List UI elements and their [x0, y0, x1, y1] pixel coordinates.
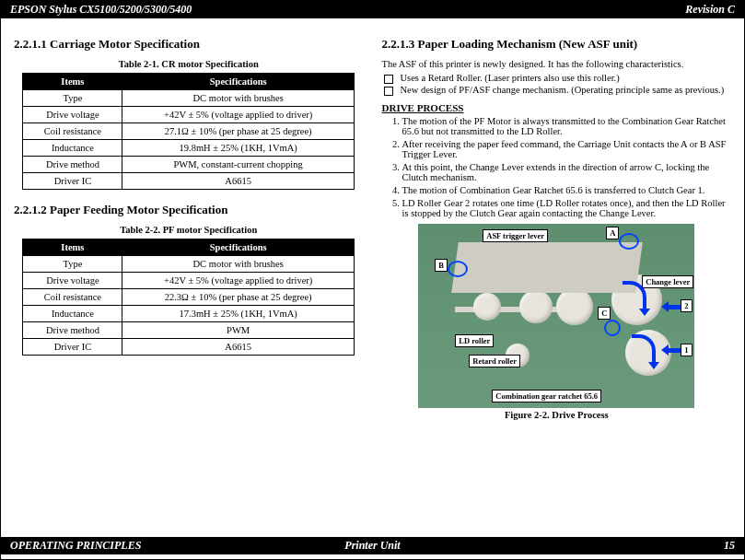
table-2-2-title: Table 2-2. PF motor Specification — [14, 225, 364, 235]
table-row: Drive methodPWM — [23, 322, 355, 339]
table-row: Inductance17.3mH ± 25% (1KH, 1VmA) — [23, 306, 355, 322]
table-row: Inductance19.8mH ± 25% (1KH, 1VmA) — [23, 140, 355, 157]
table-row: Driver ICA6615 — [23, 173, 355, 190]
label-combo-gear: Combination gear ratchet 65.6 — [492, 390, 601, 402]
drive-process-steps: The motion of the PF Motor is always tra… — [382, 116, 732, 218]
cr-motor-table: Items Specifications TypeDC motor with b… — [22, 73, 355, 190]
table-row: Driver ICA6615 — [23, 339, 355, 356]
footer-bar: OPERATING PRINCIPLES Printer Unit 15 — [1, 537, 744, 554]
list-item: New design of PF/ASF change mechanism. (… — [397, 85, 732, 95]
page-number: 15 — [724, 539, 735, 553]
col-specs: Specifications — [122, 239, 355, 256]
table-row: Coil resistance22.3Ω ± 10% (per phase at… — [23, 289, 355, 306]
label-b: B — [435, 259, 448, 272]
section-2211-title: 2.2.1.1 Carriage Motor Specification — [14, 37, 364, 52]
footer-unit: Printer Unit — [344, 539, 400, 553]
feature-list: Uses a Retard Roller. (Laser printers al… — [382, 73, 732, 95]
label-a: A — [606, 227, 619, 239]
label-1: 1 — [681, 344, 692, 356]
intro-text: The ASF of this printer is newly designe… — [382, 59, 732, 69]
table-row: Drive voltage+42V ± 5% (voltage applied … — [23, 273, 355, 289]
table-row: TypeDC motor with brushes — [23, 256, 355, 273]
footer-section: OPERATING PRINCIPLES — [10, 539, 141, 553]
col-items: Items — [23, 239, 122, 256]
table-row: Drive voltage+42V ± 5% (voltage applied … — [23, 107, 355, 123]
list-item: At this point, the Change Lever extends … — [402, 162, 732, 182]
pf-motor-table: Items Specifications TypeDC motor with b… — [22, 239, 355, 356]
list-item: After receiving the paper feed command, … — [402, 139, 732, 159]
table-row: Coil resistance27.1Ω ± 10% (per phase at… — [23, 123, 355, 140]
revision-label: Revision C — [685, 3, 735, 17]
right-column: 2.2.1.3 Paper Loading Mechanism (New ASF… — [382, 37, 732, 420]
section-2212-title: 2.2.1.2 Paper Feeding Motor Specificatio… — [14, 203, 364, 217]
section-2213-title: 2.2.1.3 Paper Loading Mechanism (New ASF… — [382, 37, 732, 52]
list-item: LD Roller Gear 2 rotates one time (LD Ro… — [402, 198, 732, 218]
label-2: 2 — [681, 299, 692, 312]
table-row: Drive methodPWM, constant-current choppi… — [23, 157, 355, 173]
doc-title: EPSON Stylus CX5100/5200/5300/5400 — [10, 3, 192, 17]
page-content: 2.2.1.1 Carriage Motor Specification Tab… — [1, 18, 744, 420]
label-c: C — [598, 307, 611, 320]
drive-process-figure: ASF trigger lever A B C Change lever 2 1… — [418, 224, 694, 408]
figure-caption: Figure 2-2. Drive Process — [382, 410, 732, 420]
label-ld-roller: LD roller — [455, 334, 494, 347]
col-specs: Specifications — [122, 74, 355, 90]
table-2-1-title: Table 2-1. CR motor Specification — [14, 59, 364, 69]
drive-process-heading: DRIVE PROCESS — [382, 102, 732, 113]
header-bar: EPSON Stylus CX5100/5200/5300/5400 Revis… — [1, 1, 744, 18]
left-column: 2.2.1.1 Carriage Motor Specification Tab… — [14, 37, 364, 420]
col-items: Items — [23, 74, 122, 90]
list-item: The motion of the PF Motor is always tra… — [402, 116, 732, 136]
label-retard-roller: Retard roller — [469, 355, 520, 368]
list-item: The motion of Combination Gear Ratchet 6… — [402, 185, 732, 195]
label-asf-trigger: ASF trigger lever — [483, 229, 548, 242]
list-item: Uses a Retard Roller. (Laser printers al… — [397, 73, 732, 83]
table-row: TypeDC motor with brushes — [23, 90, 355, 107]
label-change-lever: Change lever — [642, 275, 693, 288]
